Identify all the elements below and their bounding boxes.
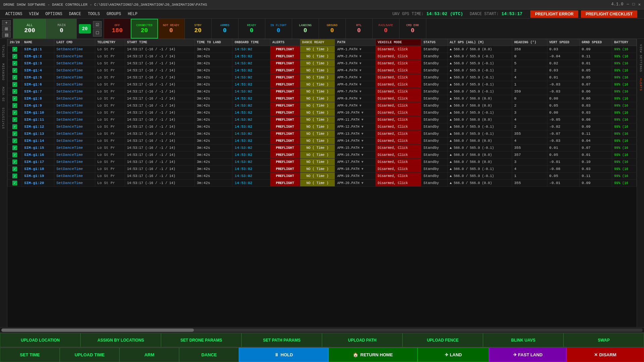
stat-ready[interactable]: READY 0 bbox=[238, 19, 265, 39]
col-vehicle-mode[interactable]: VEHICLE MODE bbox=[375, 39, 421, 46]
tab-alerts[interactable]: ALERTS bbox=[638, 75, 643, 94]
row-checkbox[interactable]: ✓ bbox=[8, 144, 22, 152]
disarm-button[interactable]: ✕ DISARM bbox=[567, 348, 644, 362]
col-heading[interactable]: HEADING (°) bbox=[512, 39, 547, 46]
arm-button[interactable]: ARM bbox=[119, 348, 179, 362]
table-row[interactable]: ✓ SIM-g1:15 SetDanceTime Lo St Pr 14:53:… bbox=[8, 144, 637, 152]
tab-2d-view[interactable]: 2D VIEW bbox=[1, 84, 6, 104]
tab-view-settings[interactable]: VIEW SETTINGS bbox=[638, 42, 643, 75]
col-alt[interactable]: ALT GPS (AGL) (M) bbox=[447, 39, 512, 46]
scrollbar-track[interactable] bbox=[1, 328, 643, 332]
menu-view[interactable]: VIEW bbox=[26, 11, 41, 17]
menu-dance[interactable]: DANCE bbox=[66, 11, 84, 17]
upload-time-button[interactable]: UPLOAD TIME bbox=[60, 348, 119, 362]
upload-path-button[interactable]: UPLOAD PATH bbox=[322, 333, 402, 347]
row-checkbox[interactable]: ✓ bbox=[8, 159, 22, 166]
col-battery[interactable]: BATTERY bbox=[612, 39, 637, 46]
col-dance-ready[interactable]: DANCE READY bbox=[300, 39, 335, 46]
menu-tools[interactable]: TOOLS bbox=[85, 11, 103, 17]
table-row[interactable]: ✓ SIM-g1:9 SetDanceTime Lo St Pr 14:53:1… bbox=[8, 102, 637, 109]
stat-cmderr[interactable]: CMD ERR 0 bbox=[399, 19, 426, 39]
stat-main[interactable]: MAIN 0 bbox=[47, 19, 77, 39]
table-row[interactable]: ✓ SIM-g1:8 SetDanceTime Lo St Pr 14:53:1… bbox=[8, 95, 637, 102]
row-checkbox[interactable]: ✓ bbox=[8, 130, 22, 137]
land-button[interactable]: ✈ LAND bbox=[418, 348, 489, 362]
row-checkbox[interactable]: ✓ bbox=[8, 180, 22, 187]
table-row[interactable]: ✓ SIM-g1:18 SetDanceTime Lo St Pr 14:53:… bbox=[8, 166, 637, 173]
table-row[interactable]: ✓ SIM-g1:1 SetDanceTime Lo St Pr 14:53:1… bbox=[8, 46, 637, 53]
col-start-time[interactable]: START TIME bbox=[125, 39, 195, 46]
row-checkbox[interactable]: ✓ bbox=[8, 166, 22, 173]
table-row[interactable]: ✓ SIM-g1:4 SetDanceTime Lo St Pr 14:53:1… bbox=[8, 67, 637, 74]
horizontal-scrollbar[interactable] bbox=[0, 327, 644, 333]
row-checkbox[interactable]: ✓ bbox=[8, 88, 22, 95]
stat-landing[interactable]: LANDING 0 bbox=[292, 19, 319, 39]
stat-ground[interactable]: GROUND 0 bbox=[319, 19, 346, 39]
tab-statistics[interactable]: STATISTICS bbox=[1, 105, 6, 131]
table-row[interactable]: ✓ SIM-g1:5 SetDanceTime Lo St Pr 14:53:1… bbox=[8, 74, 637, 81]
swap-button[interactable]: SWAP bbox=[564, 333, 644, 347]
col-status[interactable]: STATUS bbox=[421, 39, 447, 46]
grid-icon[interactable]: ▤ bbox=[2, 32, 11, 38]
hold-button[interactable]: ⏸ HOLD bbox=[239, 348, 328, 362]
row-checkbox[interactable]: ✓ bbox=[8, 95, 22, 102]
stat-connected[interactable]: CONNECTED 20 bbox=[131, 19, 158, 39]
set-drone-params-button[interactable]: SET DRONE PARAMS bbox=[161, 333, 241, 347]
menu-actions[interactable]: ACTIONS bbox=[3, 11, 25, 17]
col-onboard-time[interactable]: ONBOARD TIME bbox=[232, 39, 270, 46]
col-ttl[interactable]: TIME TO LAND bbox=[195, 39, 232, 46]
table-row[interactable]: ✓ SIM-g1:14 SetDanceTime Lo St Pr 14:53:… bbox=[8, 137, 637, 144]
table-row[interactable]: ✓ SIM-g1:11 SetDanceTime Lo St Pr 14:53:… bbox=[8, 116, 637, 123]
stat-inflight[interactable]: IN FLIGHT 0 bbox=[265, 19, 292, 39]
table-row[interactable]: ✓ SIM-g1:16 SetDanceTime Lo St Pr 14:53:… bbox=[8, 152, 637, 159]
upload-location-button[interactable]: UPLOAD LOCATION bbox=[0, 333, 80, 347]
check-all-icon[interactable]: ☑ bbox=[93, 21, 102, 28]
row-checkbox[interactable]: ✓ bbox=[8, 60, 22, 67]
row-checkbox[interactable]: ✓ bbox=[8, 46, 22, 53]
table-row[interactable]: ✓ SIM-g1:10 SetDanceTime Lo St Pr 14:53:… bbox=[8, 109, 637, 116]
row-checkbox[interactable]: ✓ bbox=[8, 123, 22, 130]
add-single-icon[interactable]: + bbox=[2, 20, 11, 25]
table-row[interactable]: ✓ SIM-g1:2 SetDanceTime Lo St Pr 14:53:1… bbox=[8, 53, 637, 60]
table-row[interactable]: ✓ SIM-g1:17 SetDanceTime Lo St Pr 14:53:… bbox=[8, 159, 637, 166]
preflight-error-button[interactable]: PREFLIGHT ERROR bbox=[530, 10, 578, 18]
blink-uavs-button[interactable]: BLINK UAVS bbox=[483, 333, 564, 347]
col-path[interactable]: PATH bbox=[335, 39, 376, 46]
stat-stby[interactable]: STBY 20 bbox=[185, 19, 212, 39]
tab-detail[interactable]: DETAIL bbox=[1, 42, 6, 60]
dance-button[interactable]: DANCE bbox=[179, 348, 239, 362]
drone-table-container[interactable]: 20/20 NAME LAST CMD TELEMETRY START TIME… bbox=[7, 39, 637, 327]
row-checkbox[interactable]: ✓ bbox=[8, 173, 22, 180]
row-checkbox[interactable]: ✓ bbox=[8, 152, 22, 159]
col-alerts[interactable]: ALERTS bbox=[270, 39, 300, 46]
minimize-btn[interactable]: ─ bbox=[627, 2, 629, 7]
col-grnd-speed[interactable]: GRND SPEED bbox=[580, 39, 612, 46]
set-path-params-button[interactable]: SET PATH PARAMS bbox=[241, 333, 322, 347]
row-checkbox[interactable]: ✓ bbox=[8, 116, 22, 123]
row-checkbox[interactable]: ✓ bbox=[8, 53, 22, 60]
preflight-checklist-button[interactable]: PREFLIGHT CHECKLIST bbox=[581, 10, 637, 18]
maximize-btn[interactable]: □ bbox=[633, 2, 635, 7]
stat-not-ready[interactable]: NOT READY 0 bbox=[158, 19, 185, 39]
table-row[interactable]: ✓ SIM-g1:12 SetDanceTime Lo St Pr 14:53:… bbox=[8, 123, 637, 130]
menu-help[interactable]: HELP bbox=[125, 11, 140, 17]
stat-armed[interactable]: ARMED 0 bbox=[212, 19, 238, 39]
tab-overview[interactable]: OVERVIEW bbox=[1, 60, 6, 83]
table-row[interactable]: ✓ SIM-g1:19 SetDanceTime Lo St Pr 14:53:… bbox=[8, 173, 637, 180]
add-multi-icon[interactable]: ⊞ bbox=[2, 26, 11, 32]
col-vert-speed[interactable]: VERT SPEED bbox=[547, 39, 580, 46]
row-checkbox[interactable]: ✓ bbox=[8, 74, 22, 81]
set-time-button[interactable]: SET TIME bbox=[0, 348, 60, 362]
table-row[interactable]: ✓ SIM-g1:6 SetDanceTime Lo St Pr 14:53:1… bbox=[8, 81, 637, 88]
stat-failsafe[interactable]: FAILSAFE 0 bbox=[373, 19, 399, 39]
stat-all[interactable]: ALL 200 bbox=[13, 19, 47, 39]
scrollbar-thumb[interactable] bbox=[1, 328, 194, 332]
table-row[interactable]: ✓ SIM-g1:7 SetDanceTime Lo St Pr 14:53:1… bbox=[8, 88, 637, 95]
uncheck-all-icon[interactable]: ☐ bbox=[93, 29, 102, 37]
col-name[interactable]: NAME bbox=[22, 39, 54, 46]
return-home-button[interactable]: 🏠 RETURN HOME bbox=[328, 348, 418, 362]
table-row[interactable]: ✓ SIM-g1:3 SetDanceTime Lo St Pr 14:53:1… bbox=[8, 60, 637, 67]
row-checkbox[interactable]: ✓ bbox=[8, 137, 22, 144]
table-row[interactable]: ✓ SIM-g1:13 SetDanceTime Lo St Pr 14:53:… bbox=[8, 130, 637, 137]
menu-options[interactable]: OPTIONS bbox=[43, 11, 65, 17]
